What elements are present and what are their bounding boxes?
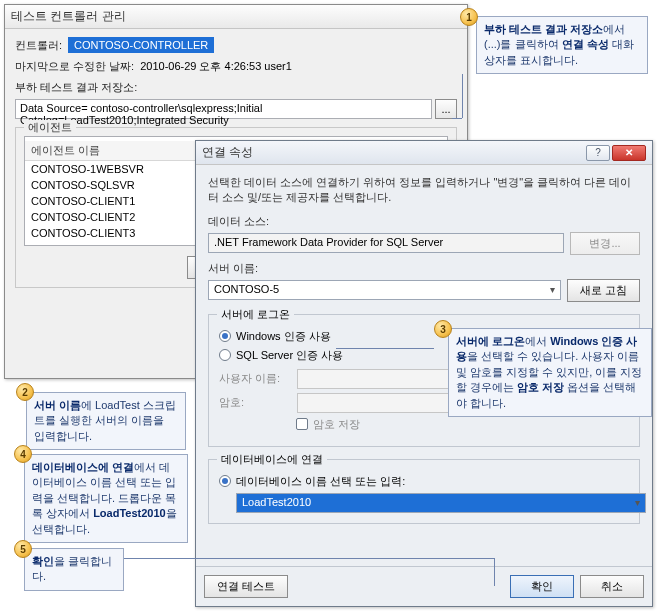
cancel-button[interactable]: 취소 [580, 575, 644, 598]
badge-3: 3 [434, 320, 452, 338]
leader-line [124, 558, 494, 559]
server-label: 서버 이름: [208, 261, 640, 276]
user-label: 사용자 이름: [219, 371, 291, 386]
connection-string-input[interactable]: Data Source= contoso-controller\sqlexpre… [15, 99, 432, 119]
database-combo[interactable]: LoadTest2010 [236, 493, 646, 513]
win1-title: 테스트 컨트롤러 관리 [11, 8, 126, 25]
logon-group-title: 서버에 로그온 [217, 307, 294, 322]
test-connection-button[interactable]: 연결 테스트 [204, 575, 288, 598]
radio-windows-label: Windows 인증 사용 [236, 329, 331, 344]
callout-5: 확인을 클릭합니다. [24, 548, 124, 591]
badge-5: 5 [14, 540, 32, 558]
leader-line [462, 74, 463, 118]
radio-icon [219, 330, 231, 342]
callout-3: 서버에 로그온에서 Windows 인증 사용을 선택할 수 있습니다. 사용자… [448, 328, 652, 417]
db-group-title: 데이터베이스에 연결 [217, 452, 327, 467]
help-button[interactable]: ? [586, 145, 610, 161]
change-button[interactable]: 변경... [570, 232, 640, 255]
radio-icon [219, 475, 231, 487]
badge-4: 4 [14, 445, 32, 463]
close-button[interactable]: ✕ [612, 145, 646, 161]
ok-button[interactable]: 확인 [510, 575, 574, 598]
help-icon: ? [595, 147, 601, 158]
leader-line [494, 558, 495, 586]
leader-line [336, 348, 434, 349]
callout-4: 데이터베이스에 연결에서 데이터베이스 이름 선택 또는 입력을 선택합니다. … [24, 454, 188, 543]
lastmod-label: 마지막으로 수정한 날짜: [15, 59, 134, 74]
badge-2: 2 [16, 383, 34, 401]
close-icon: ✕ [625, 147, 633, 158]
win2-titlebar: 연결 속성 ? ✕ [196, 141, 652, 165]
lastmod-value: 2010-06-29 오후 4:26:53 user1 [140, 59, 292, 74]
store-label: 부하 테스트 결과 저장소: [15, 80, 137, 95]
checkbox-icon [296, 418, 308, 430]
browse-connection-button[interactable]: ... [435, 99, 457, 119]
radio-db-label: 데이터베이스 이름 선택 또는 입력: [236, 474, 405, 489]
datasource-field: .NET Framework Data Provider for SQL Ser… [208, 233, 564, 253]
callout-2: 서버 이름에 LoadTest 스크립트를 실행한 서버의 이름을 입력합니다. [26, 392, 186, 450]
radio-db-name[interactable]: 데이터베이스 이름 선택 또는 입력: [219, 474, 629, 489]
dialog-footer: 연결 테스트 확인 취소 [196, 566, 652, 606]
ellipsis-icon: ... [441, 103, 450, 115]
pass-label: 암호: [219, 395, 291, 410]
agents-group-title: 에이전트 [24, 120, 76, 135]
save-pass-label: 암호 저장 [313, 417, 360, 432]
controller-value[interactable]: CONTOSO-CONTROLLER [68, 37, 214, 53]
win2-title: 연결 속성 [202, 144, 253, 161]
database-value: LoadTest2010 [242, 496, 311, 508]
badge-1: 1 [460, 8, 478, 26]
leader-line [452, 118, 462, 119]
controller-label: 컨트롤러: [15, 38, 62, 53]
win1-titlebar: 테스트 컨트롤러 관리 [5, 5, 467, 29]
refresh-button[interactable]: 새로 고침 [567, 279, 640, 302]
datasource-label: 데이터 소스: [208, 214, 640, 229]
radio-sql-label: SQL Server 인증 사용 [236, 348, 343, 363]
callout-1: 부하 테스트 결과 저장소에서 (...)를 클릭하여 연결 속성 대화 상자를… [476, 16, 648, 74]
radio-icon [219, 349, 231, 361]
server-name-combo[interactable]: CONTOSO-5 [208, 280, 561, 300]
dialog-description: 선택한 데이터 소스에 연결하기 위하여 정보를 입력하거나 "변경"을 클릭하… [208, 175, 640, 206]
